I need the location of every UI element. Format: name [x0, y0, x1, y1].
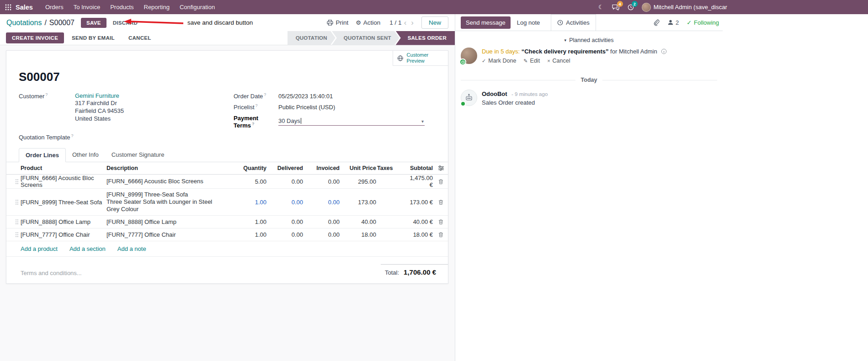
- activity-summary: “Check delivery requirements”: [522, 48, 609, 55]
- col-taxes[interactable]: Taxes: [377, 165, 409, 171]
- order-date-field-label: Order Date?: [234, 92, 278, 100]
- table-row[interactable]: [FURN_7777] Office Chair [FURN_7777] Off…: [6, 228, 448, 241]
- new-button[interactable]: New: [421, 16, 448, 29]
- followers-count: 2: [676, 19, 679, 26]
- app-name[interactable]: Sales: [16, 4, 33, 11]
- cell-unit-price[interactable]: 295.00: [341, 178, 377, 185]
- close-icon: ×: [547, 58, 550, 64]
- messages-icon[interactable]: 4: [608, 0, 623, 14]
- add-section-link[interactable]: Add a section: [69, 245, 106, 252]
- save-button[interactable]: SAVE: [81, 18, 107, 28]
- mark-done-button[interactable]: ✓Mark Done: [482, 58, 516, 64]
- delete-row-icon[interactable]: [438, 219, 444, 225]
- col-unit-price[interactable]: Unit Price: [341, 165, 377, 171]
- status-quotation[interactable]: QUOTATION: [288, 31, 335, 45]
- action-button[interactable]: ⚙ Action: [352, 17, 384, 28]
- drag-handle-icon[interactable]: [15, 179, 19, 185]
- drag-handle-icon[interactable]: [15, 219, 19, 225]
- pager-next-button[interactable]: ›: [409, 19, 416, 27]
- following-button[interactable]: ✓ Following: [687, 19, 719, 26]
- robot-icon: [464, 93, 474, 102]
- discard-button[interactable]: DISCARD: [109, 18, 142, 28]
- pager-previous-button[interactable]: ‹: [402, 19, 409, 27]
- add-note-link[interactable]: Add a note: [117, 245, 146, 252]
- col-quantity[interactable]: Quantity: [226, 165, 267, 171]
- menu-to-invoice[interactable]: To Invoice: [69, 0, 106, 14]
- pricelist-value[interactable]: Public Pricelist (USD): [278, 104, 425, 111]
- drag-handle-icon[interactable]: [15, 232, 19, 238]
- message-author[interactable]: OdooBot: [482, 90, 507, 97]
- menu-reporting[interactable]: Reporting: [139, 0, 175, 14]
- col-invoiced[interactable]: Invoiced: [304, 165, 341, 171]
- create-invoice-button[interactable]: CREATE INVOICE: [6, 32, 64, 43]
- cell-product[interactable]: [FURN_8888] Office Lamp: [21, 218, 107, 225]
- followers-button[interactable]: 2: [667, 19, 679, 26]
- table-row[interactable]: [FURN_6666] Acoustic Bloc Screens [FURN_…: [6, 175, 448, 189]
- print-button[interactable]: Print: [323, 17, 352, 28]
- cell-quantity[interactable]: 1.00: [226, 199, 267, 206]
- delete-row-icon[interactable]: [438, 179, 444, 185]
- payment-terms-field-label: Payment Terms?: [234, 115, 278, 129]
- cell-product[interactable]: [FURN_8999] Three-Seat Sofa: [21, 199, 107, 206]
- date-divider-label: Today: [581, 77, 597, 83]
- attachment-button[interactable]: [653, 19, 660, 26]
- col-description[interactable]: Description: [107, 165, 226, 171]
- cell-unit-price[interactable]: 40.00: [341, 218, 377, 225]
- planned-activities-header[interactable]: ▾ Planned activities: [455, 37, 723, 43]
- info-icon[interactable]: [661, 48, 667, 54]
- section-caret-icon: ▾: [564, 38, 567, 42]
- log-note-button[interactable]: Log note: [512, 16, 545, 29]
- menu-products[interactable]: Products: [105, 0, 138, 14]
- status-sales-order[interactable]: SALES ORDER: [396, 31, 455, 45]
- activities-clock-icon[interactable]: 2: [623, 0, 638, 14]
- send-by-email-button[interactable]: SEND BY EMAIL: [66, 32, 121, 43]
- status-quotation-sent[interactable]: QUOTATION SENT: [332, 31, 399, 45]
- breadcrumb-quotations[interactable]: Quotations: [6, 19, 42, 27]
- cell-quantity[interactable]: 1.00: [226, 231, 267, 238]
- menu-configuration[interactable]: Configuration: [175, 0, 220, 14]
- add-product-link[interactable]: Add a product: [21, 245, 58, 252]
- pencil-icon: ✎: [523, 58, 527, 64]
- table-row[interactable]: [FURN_8999] Three-Seat Sofa [FURN_8999] …: [6, 189, 448, 216]
- customer-link[interactable]: Gemini Furniture: [75, 92, 124, 99]
- activities-button[interactable]: Activities: [551, 14, 596, 31]
- cell-unit-price[interactable]: 173.00: [341, 199, 377, 206]
- col-delivered[interactable]: Delivered: [267, 165, 304, 171]
- user-menu[interactable]: Mitchell Admin (save_discar: [654, 4, 727, 11]
- optional-columns-icon[interactable]: [438, 165, 444, 171]
- user-avatar[interactable]: [642, 3, 651, 12]
- chatter-toolbar: Send message Log note Activities 2: [455, 14, 723, 31]
- send-message-button[interactable]: Send message: [461, 16, 511, 29]
- delete-row-icon[interactable]: [438, 199, 444, 205]
- apps-grid-icon[interactable]: [0, 4, 16, 11]
- cell-unit-price[interactable]: 18.00: [341, 231, 377, 238]
- odoobot-avatar[interactable]: [461, 90, 477, 106]
- terms-and-conditions-input[interactable]: Terms and conditions...: [21, 264, 82, 276]
- drag-handle-icon[interactable]: [15, 199, 19, 205]
- edit-activity-button[interactable]: ✎Edit: [523, 58, 540, 64]
- cancel-activity-button[interactable]: ×Cancel: [547, 58, 570, 64]
- tab-order-lines[interactable]: Order Lines: [19, 148, 66, 162]
- chatter-panel: Send message Log note Activities 2: [455, 14, 868, 361]
- cancel-button[interactable]: CANCEL: [122, 32, 157, 43]
- tab-other-info[interactable]: Other Info: [66, 148, 105, 162]
- dropdown-caret-icon[interactable]: ▾: [421, 119, 424, 124]
- customer-address-line-2: Fairfield CA 94535: [75, 107, 124, 115]
- activity-avatar[interactable]: [461, 48, 477, 64]
- tab-customer-signature[interactable]: Customer Signature: [105, 148, 171, 162]
- customer-preview-button[interactable]: Customer Preview: [393, 51, 448, 66]
- activity-due: Due in 5 days:: [482, 48, 520, 55]
- table-row[interactable]: [FURN_8888] Office Lamp [FURN_8888] Offi…: [6, 216, 448, 228]
- col-product[interactable]: Product: [21, 165, 107, 171]
- cell-product[interactable]: [FURN_6666] Acoustic Bloc Screens: [21, 175, 107, 188]
- payment-terms-input[interactable]: 30 Days ▾: [278, 117, 425, 126]
- cell-quantity[interactable]: 5.00: [226, 178, 267, 185]
- menu-orders[interactable]: Orders: [40, 0, 69, 14]
- delete-row-icon[interactable]: [438, 232, 444, 238]
- sheet-bottom: Terms and conditions... Total: 1,706.00 …: [6, 264, 448, 276]
- cell-quantity[interactable]: 1.00: [226, 218, 267, 225]
- dark-mode-moon-icon[interactable]: ☾: [594, 0, 608, 14]
- col-subtotal[interactable]: Subtotal: [409, 165, 434, 171]
- order-date-value[interactable]: 05/25/2023 15:40:01: [278, 93, 425, 100]
- cell-product[interactable]: [FURN_7777] Office Chair: [21, 231, 107, 238]
